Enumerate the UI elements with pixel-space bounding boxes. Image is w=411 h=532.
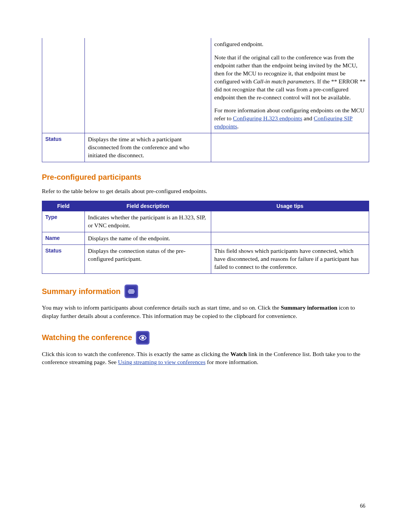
eye-icon [136, 331, 150, 345]
usage-tips [211, 211, 369, 232]
summary-body-text: You may wish to inform participants abou… [42, 304, 369, 320]
field-label-name: Name [42, 232, 85, 245]
th-description: Field description [85, 201, 211, 211]
link-using-streaming[interactable]: Using streaming to view conferences [118, 359, 206, 365]
tips-paragraph: configured endpoint. [214, 40, 366, 48]
usage-tips: This field shows which participants have… [211, 245, 369, 274]
heading-summary-information: Summary information [42, 284, 369, 298]
table-row: Type Indicates whether the participant i… [42, 211, 369, 232]
intro-text: Refer to the table below to get details … [42, 187, 369, 195]
link-configuring-h323[interactable]: Configuring H.323 endpoints [233, 115, 302, 121]
heading-preconfigured-participants: Pre-configured participants [42, 173, 369, 182]
th-usage-tips: Usage tips [211, 201, 369, 211]
summary-info-icon [124, 284, 138, 298]
heading-watching-conference: Watching the conference [42, 331, 369, 345]
table-row: Status Displays the connection status of… [42, 245, 369, 274]
field-label-status: Status [42, 245, 85, 274]
table-row: Status Displays the time at which a part… [42, 133, 369, 162]
watch-body-text: Click this icon to watch the conference.… [42, 350, 369, 366]
page-number: 66 [360, 503, 365, 509]
field-description: Displays the time at which a participant… [85, 133, 211, 162]
table-row: Name Displays the name of the endpoint. [42, 232, 369, 245]
field-description: Displays the name of the endpoint. [85, 232, 211, 245]
field-description: Displays the connection status of the pr… [85, 245, 211, 274]
usage-tips [211, 232, 369, 245]
tips-paragraph: Note that if the original call to the co… [214, 54, 366, 102]
field-label-type: Type [42, 211, 85, 232]
field-description: Indicates whether the participant is an … [85, 211, 211, 232]
th-field: Field [42, 201, 85, 211]
table-preconfigured: Field Field description Usage tips Type … [42, 201, 369, 274]
table-row: configured endpoint. Note that if the or… [42, 38, 369, 133]
field-label-status: Status [42, 133, 85, 162]
svg-point-0 [142, 337, 144, 339]
tips-paragraph: For more information about configuring e… [214, 107, 366, 131]
table-previous-continuation: configured endpoint. Note that if the or… [42, 38, 369, 162]
